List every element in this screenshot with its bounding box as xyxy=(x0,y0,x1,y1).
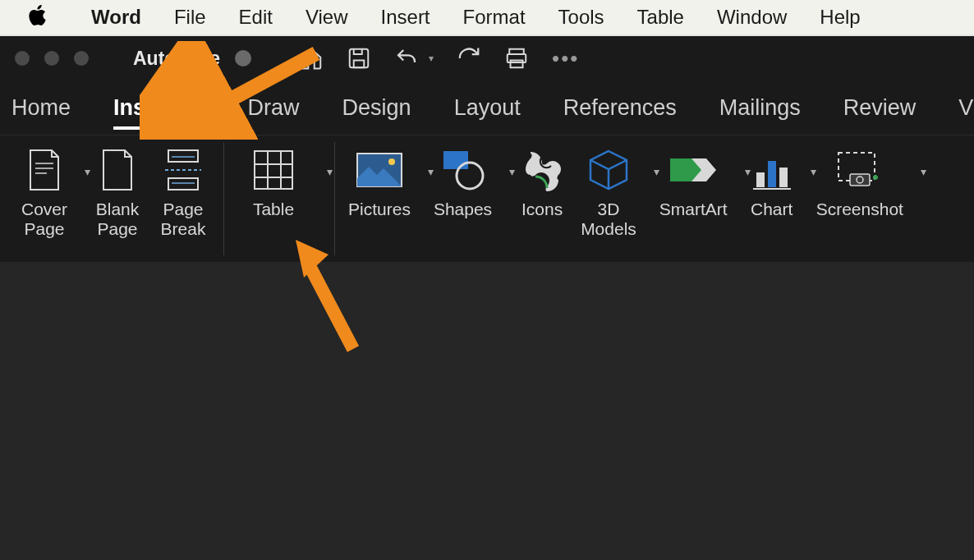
blank-page-label: Blank Page xyxy=(96,200,140,239)
minimize-window-button[interactable] xyxy=(44,51,59,66)
svg-rect-7 xyxy=(443,151,468,169)
menubar-help[interactable]: Help xyxy=(820,6,860,29)
undo-icon[interactable] xyxy=(394,46,419,71)
svg-rect-13 xyxy=(850,174,870,186)
ribbon-content-insert: ▾ Cover Page Blank Page Page Bre xyxy=(0,135,974,262)
menubar-view[interactable]: View xyxy=(306,6,348,29)
screenshot-icon xyxy=(835,145,884,195)
tab-draw[interactable]: Draw xyxy=(248,95,300,121)
autosave-toggle[interactable]: AutoSave xyxy=(133,48,251,70)
print-icon[interactable] xyxy=(504,46,529,71)
menubar-app-name[interactable]: Word xyxy=(91,6,141,29)
svg-point-6 xyxy=(388,158,395,165)
fullscreen-window-button[interactable] xyxy=(74,51,89,66)
cube-3d-icon xyxy=(586,145,631,195)
table-label: Table xyxy=(253,200,294,219)
menubar-window[interactable]: Window xyxy=(717,6,787,29)
menubar-table[interactable]: Table xyxy=(637,6,684,29)
macos-menubar: Word File Edit View Insert Format Tools … xyxy=(0,0,974,36)
redo-icon[interactable] xyxy=(457,46,481,71)
autosave-label: AutoSave xyxy=(133,48,220,70)
menubar-tools[interactable]: Tools xyxy=(558,6,604,29)
cover-page-icon xyxy=(27,145,62,195)
smartart-icon xyxy=(668,145,718,195)
tab-references[interactable]: References xyxy=(563,95,677,121)
tab-review[interactable]: Review xyxy=(843,95,917,121)
svg-rect-9 xyxy=(756,172,765,187)
qat-more-icon[interactable]: ••• xyxy=(552,46,579,71)
chevron-down-icon: ▾ xyxy=(921,165,926,178)
screenshot-button[interactable]: ▾ Screenshot xyxy=(813,142,918,255)
tab-design[interactable]: Design xyxy=(342,95,411,121)
tab-view[interactable]: View xyxy=(958,95,974,121)
page-break-label: Page Break xyxy=(161,200,206,239)
autosave-indicator-icon xyxy=(235,50,251,67)
svg-rect-3 xyxy=(511,61,523,68)
cover-page-label: Cover Page xyxy=(21,200,67,239)
tab-mailings[interactable]: Mailings xyxy=(719,95,801,121)
save-icon[interactable] xyxy=(347,46,371,71)
undo-dropdown-chevron-icon[interactable]: ▾ xyxy=(429,53,434,64)
titlebar: AutoSave ▾ xyxy=(0,36,974,80)
shapes-label: Shapes xyxy=(434,200,492,219)
svg-rect-4 xyxy=(255,151,292,189)
cover-page-button[interactable]: ▾ Cover Page xyxy=(18,142,82,255)
svg-rect-10 xyxy=(768,161,776,187)
chevron-down-icon: ▾ xyxy=(327,165,333,178)
icons-icon xyxy=(521,145,563,195)
svg-rect-0 xyxy=(350,49,369,68)
page-break-icon xyxy=(162,145,204,195)
svg-rect-11 xyxy=(779,168,788,187)
menubar-edit[interactable]: Edit xyxy=(239,6,273,29)
ribbon-group-tables: ▾ Table xyxy=(224,142,335,255)
menubar-format[interactable]: Format xyxy=(463,6,526,29)
table-button[interactable]: ▾ Table xyxy=(234,142,324,255)
ribbon-group-illustrations: ▾ Pictures ▾ Shapes Icons xyxy=(335,142,928,255)
shapes-button[interactable]: ▾ Shapes xyxy=(430,142,507,255)
tab-layout[interactable]: Layout xyxy=(454,95,521,121)
menubar-insert[interactable]: Insert xyxy=(381,6,430,29)
menubar-file[interactable]: File xyxy=(174,6,206,29)
tab-insert[interactable]: Insert xyxy=(113,95,174,121)
svg-point-8 xyxy=(457,163,483,189)
ribbon-tabs: Home Insert Draw Design Layout Reference… xyxy=(0,80,974,135)
page-break-button[interactable]: Page Break xyxy=(153,142,214,255)
chart-icon xyxy=(751,145,793,195)
pictures-icon xyxy=(356,145,403,195)
tab-home[interactable]: Home xyxy=(11,95,71,121)
3d-models-label: 3D Models xyxy=(581,200,636,239)
document-area[interactable] xyxy=(0,262,974,560)
chart-label: Chart xyxy=(751,200,793,219)
3d-models-button[interactable]: ▾ 3D Models xyxy=(577,142,651,255)
icons-button[interactable]: Icons xyxy=(512,142,572,255)
pictures-label: Pictures xyxy=(348,200,411,219)
blank-page-button[interactable]: Blank Page xyxy=(87,142,148,255)
icons-label: Icons xyxy=(521,200,563,219)
traffic-lights xyxy=(15,51,89,66)
pictures-button[interactable]: ▾ Pictures xyxy=(345,142,425,255)
table-icon xyxy=(251,145,296,195)
apple-logo-icon[interactable] xyxy=(28,5,46,30)
home-icon[interactable] xyxy=(299,46,324,71)
ribbon-group-pages: ▾ Cover Page Blank Page Page Bre xyxy=(8,142,224,255)
screenshot-label: Screenshot xyxy=(816,200,903,219)
smartart-button[interactable]: ▾ SmartArt xyxy=(656,142,742,255)
close-window-button[interactable] xyxy=(15,51,30,66)
smartart-label: SmartArt xyxy=(659,200,728,219)
blank-page-icon xyxy=(100,145,135,195)
shapes-icon xyxy=(440,145,486,195)
chart-button[interactable]: ▾ Chart xyxy=(747,142,808,255)
